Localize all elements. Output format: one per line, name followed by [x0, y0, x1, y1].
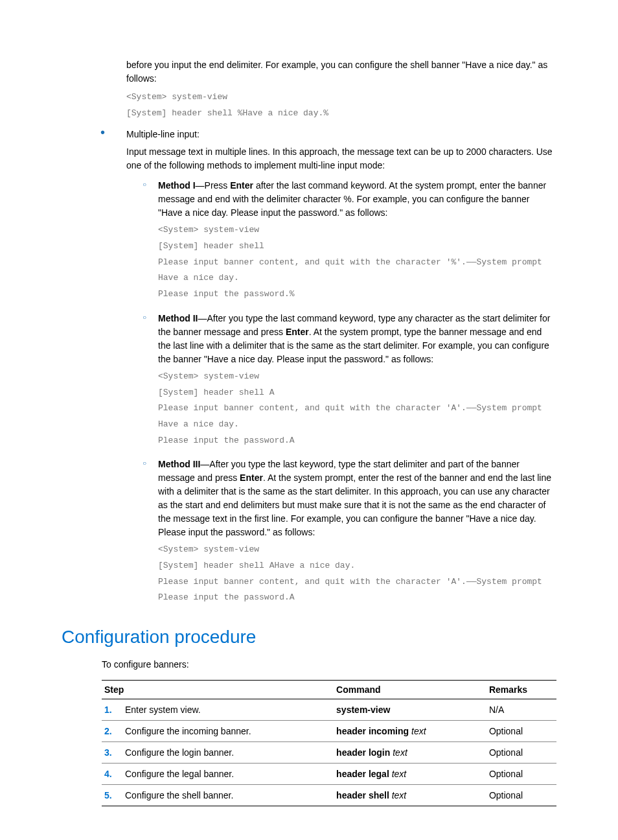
method-3-code: <System> system-view [System] header she… — [158, 542, 556, 606]
step-desc: Enter system view. — [122, 699, 334, 721]
section-heading: Configuration procedure — [62, 627, 556, 648]
config-table: Step Command Remarks 1. Enter system vie… — [102, 680, 556, 806]
code-block-1: <System> system-view [System] header she… — [126, 89, 556, 121]
step-command: header legal text — [334, 764, 486, 785]
method-3-label: Method III — [158, 459, 200, 469]
method-1-label: Method I — [158, 180, 196, 191]
method-1-code: <System> system-view [System] header she… — [158, 222, 556, 302]
step-remarks: Optional — [486, 742, 556, 764]
step-number: 5. — [102, 785, 122, 806]
bullet-label: Multiple-line input: — [126, 128, 200, 141]
enter-key: Enter — [286, 327, 309, 337]
step-command: header incoming text — [334, 721, 486, 742]
table-row: 1. Enter system view. system-view N/A — [102, 699, 556, 721]
step-desc: Configure the legal banner. — [122, 764, 334, 785]
step-number: 1. — [102, 699, 122, 721]
step-desc: Configure the incoming banner. — [122, 721, 334, 742]
circle-bullet-icon: ○ — [143, 179, 158, 191]
table-row: 3. Configure the login banner. header lo… — [102, 742, 556, 764]
enter-key: Enter — [230, 180, 253, 191]
enter-key: Enter — [240, 472, 263, 483]
th-step: Step — [102, 681, 334, 699]
table-row: 2. Configure the incoming banner. header… — [102, 721, 556, 742]
step-remarks: Optional — [486, 721, 556, 742]
step-command: header login text — [334, 742, 486, 764]
method-2-code: <System> system-view [System] header she… — [158, 369, 556, 449]
method-1: ○ Method I—Press Enter after the last co… — [143, 179, 556, 305]
step-number: 2. — [102, 721, 122, 742]
bullet-dot-icon: • — [100, 128, 126, 137]
table-intro: To configure banners: — [102, 659, 556, 670]
step-number: 3. — [102, 742, 122, 764]
circle-bullet-icon: ○ — [143, 458, 158, 469]
method-3: ○ Method III—After you type the last key… — [143, 458, 556, 609]
method-2-label: Method II — [158, 313, 198, 323]
bullet-multiple-line: • Multiple-line input: — [100, 128, 556, 141]
step-remarks: Optional — [486, 785, 556, 806]
method-2: ○ Method II—After you type the last comm… — [143, 312, 556, 451]
method-1-text-a: —Press — [196, 180, 231, 191]
table-row: 4. Configure the legal banner. header le… — [102, 764, 556, 785]
step-remarks: N/A — [486, 699, 556, 721]
step-command: system-view — [334, 699, 486, 721]
step-number: 4. — [102, 764, 122, 785]
th-command: Command — [334, 681, 486, 699]
step-remarks: Optional — [486, 764, 556, 785]
step-desc: Configure the login banner. — [122, 742, 334, 764]
circle-bullet-icon: ○ — [143, 312, 158, 323]
step-desc: Configure the shell banner. — [122, 785, 334, 806]
th-remarks: Remarks — [486, 681, 556, 699]
bullet-paragraph: Input message text in multiple lines. In… — [126, 145, 556, 172]
step-command: header shell text — [334, 785, 486, 806]
table-row: 5. Configure the shell banner. header sh… — [102, 785, 556, 806]
intro-paragraph: before you input the end delimiter. For … — [126, 58, 556, 86]
